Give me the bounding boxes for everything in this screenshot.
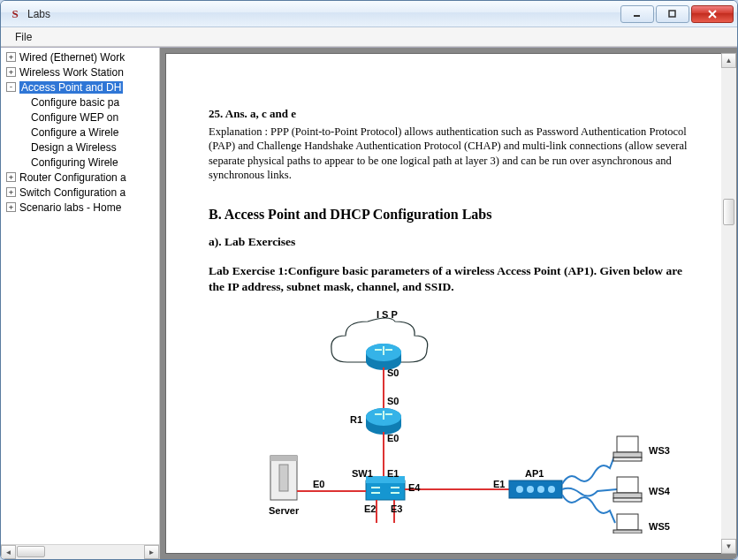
collapse-icon[interactable]: - (6, 82, 16, 92)
label-e0a: E0 (387, 433, 399, 443)
ap1-icon (509, 481, 562, 498)
sw1-switch-icon (366, 476, 405, 500)
window-buttons (619, 5, 734, 23)
isp-router-icon (366, 344, 401, 370)
label-e1b: E1 (493, 479, 505, 489)
tree-item[interactable]: Configure a Wirele (1, 125, 159, 140)
label-e2: E2 (364, 503, 376, 514)
label-sw1: SW1 (352, 468, 373, 479)
tree-body[interactable]: +Wired (Ethernet) Work+Wireless Work Sta… (1, 48, 159, 544)
network-diagram: I S P S0 S0 R1 E0 SW1 E1 E4 E1 AP1 Serve… (209, 304, 689, 534)
document-page[interactable]: 25. Ans. a, c and e Explanation : PPP (P… (165, 53, 732, 554)
menubar: File (1, 27, 737, 47)
label-s0b: S0 (387, 396, 399, 406)
server-icon (270, 456, 297, 500)
tree-item[interactable]: +Switch Configuration a (1, 185, 159, 200)
svg-rect-25 (617, 477, 638, 493)
tree-item-label: Design a Wireless (31, 141, 117, 154)
svg-rect-28 (617, 514, 638, 530)
wireless-links-icon (562, 454, 617, 523)
label-e1a: E1 (387, 468, 399, 479)
label-isp: I S P (377, 309, 398, 320)
scroll-down-button[interactable]: ▼ (721, 539, 736, 554)
minimize-icon (633, 10, 642, 19)
tree-item-label: Wired (Ethernet) Work (19, 51, 125, 64)
tree-item-label: Access Point and DH (19, 81, 123, 94)
label-server: Server (269, 505, 299, 516)
svg-rect-1 (669, 11, 675, 17)
svg-rect-27 (613, 498, 642, 502)
tree-item[interactable]: Design a Wireless (1, 140, 159, 155)
r1-router-icon (366, 408, 401, 435)
scroll-up-button[interactable]: ▲ (721, 53, 736, 68)
label-ws5: WS5 (649, 521, 670, 532)
label-s0a: S0 (387, 367, 399, 378)
document-pane: 25. Ans. a, c and e Explanation : PPP (P… (160, 48, 737, 559)
scroll-right-button[interactable]: ► (144, 545, 159, 559)
label-e0b: E0 (313, 479, 324, 489)
close-icon (707, 9, 718, 19)
tree-item[interactable]: Configure WEP on (1, 110, 159, 125)
doc-vscrollbar[interactable]: ▲ ▼ (721, 53, 736, 554)
scroll-left-button[interactable]: ◄ (1, 545, 16, 559)
tree-item[interactable]: +Router Configuration a (1, 170, 159, 185)
client-area: +Wired (Ethernet) Work+Wireless Work Sta… (1, 47, 737, 559)
tree-item[interactable]: +Wired (Ethernet) Work (1, 49, 159, 64)
expand-icon[interactable]: + (6, 67, 16, 77)
titlebar: S Labs (1, 1, 737, 27)
app-icon: S (8, 7, 22, 21)
menu-file[interactable]: File (8, 29, 39, 45)
svg-rect-26 (613, 493, 642, 498)
tree-item[interactable]: +Wireless Work Station (1, 64, 159, 79)
svg-point-18 (516, 486, 523, 493)
expand-icon[interactable]: + (6, 187, 16, 197)
minimize-button[interactable] (620, 5, 654, 23)
ws3-icon (613, 436, 642, 461)
diagram-svg (209, 304, 686, 534)
maximize-icon (668, 10, 677, 19)
svg-rect-29 (613, 530, 642, 534)
tree-pane: +Wired (Ethernet) Work+Wireless Work Sta… (1, 48, 160, 559)
tree-item-label: Scenario labs - Home (19, 201, 121, 214)
hscroll-thumb[interactable] (17, 546, 45, 557)
tree-item-label: Configure basic pa (31, 96, 119, 109)
label-ws3: WS3 (649, 445, 670, 456)
svg-rect-23 (613, 452, 642, 458)
svg-rect-22 (617, 436, 638, 452)
tree-item-label: Configure WEP on (31, 111, 118, 124)
tree-item[interactable]: Configuring Wirele (1, 155, 159, 170)
tree-item-label: Configuring Wirele (31, 156, 118, 169)
ws5-icon (613, 514, 642, 534)
svg-point-19 (527, 486, 534, 493)
svg-rect-12 (366, 481, 405, 500)
tree-item[interactable]: -Access Point and DH (1, 79, 159, 95)
hscroll-track[interactable] (16, 545, 144, 559)
tree-hscrollbar[interactable]: ◄ ► (1, 544, 159, 559)
answer-body: Explanation : PPP (Point-to-Point Protoc… (209, 125, 689, 182)
label-ws4: WS4 (649, 486, 670, 496)
answer-heading: 25. Ans. a, c and e (209, 107, 689, 121)
tree-item[interactable]: Configure basic pa (1, 95, 159, 110)
expand-icon[interactable]: + (6, 202, 16, 212)
vscroll-thumb[interactable] (723, 199, 734, 225)
app-window: S Labs File +Wired (Ethernet) Work+Wirel… (0, 0, 738, 560)
subsection-heading: a). Lab Exercises (209, 235, 689, 249)
expand-icon[interactable]: + (6, 52, 16, 62)
tree-item-label: Wireless Work Station (19, 66, 124, 79)
svg-rect-24 (613, 458, 642, 461)
ws4-icon (613, 477, 642, 502)
svg-rect-15 (270, 456, 297, 461)
tree-item[interactable]: +Scenario labs - Home (1, 200, 159, 215)
tree-item-label: Router Configuration a (19, 171, 126, 184)
tree-item-label: Configure a Wirele (31, 126, 118, 139)
section-heading: B. Access Point and DHCP Configuration L… (209, 207, 689, 223)
maximize-button[interactable] (656, 5, 689, 23)
label-e3: E3 (391, 503, 402, 514)
close-button[interactable] (691, 5, 734, 23)
window-title: Labs (27, 8, 619, 20)
expand-icon[interactable]: + (6, 172, 16, 182)
exercise-heading: Lab Exercise 1:Configure basic parameter… (209, 263, 689, 295)
svg-rect-16 (279, 465, 288, 491)
label-e4: E4 (408, 482, 420, 493)
svg-point-21 (548, 486, 555, 493)
